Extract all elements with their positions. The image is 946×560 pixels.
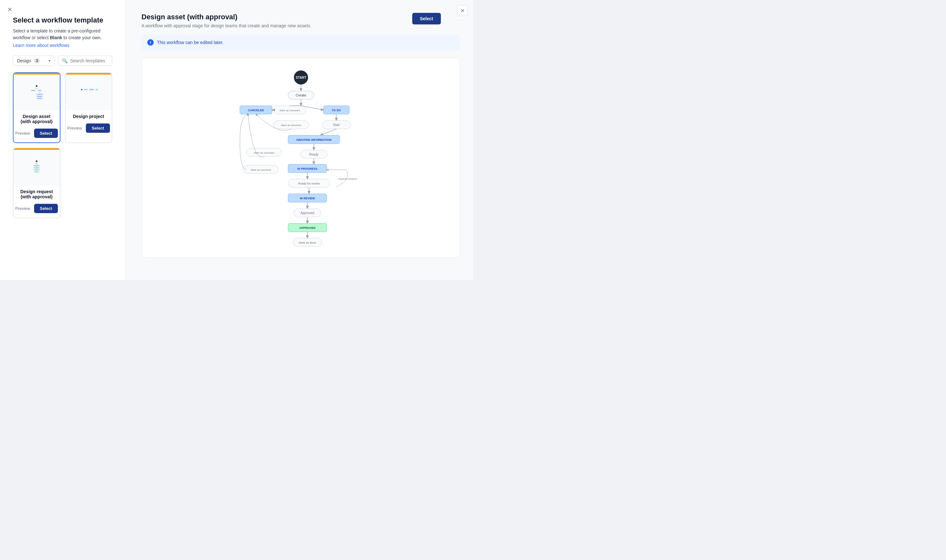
panel-title: Select a workflow template: [13, 16, 112, 25]
svg-text:START: START: [36, 86, 38, 86]
search-box: 🔍: [58, 55, 112, 66]
preview-button-3[interactable]: Preview: [15, 206, 30, 211]
card-body-3: Design request (with approval) Preview S…: [14, 185, 60, 218]
search-input[interactable]: [70, 58, 108, 63]
workflow-diagram: START Create CANCELED Mark as canceled T…: [221, 68, 381, 248]
search-icon: 🔍: [62, 58, 68, 63]
svg-text:Ready: Ready: [309, 153, 318, 156]
svg-text:IN REVIEW: IN REVIEW: [35, 168, 38, 168]
modal: ✕ Select a workflow template Select a te…: [0, 0, 473, 280]
panel-subtitle: Select a template to create a pre-config…: [13, 28, 112, 41]
svg-text:Mark as canceled: Mark as canceled: [251, 168, 271, 171]
info-icon: i: [147, 39, 154, 46]
svg-text:Mark as canceled: Mark as canceled: [280, 109, 300, 112]
card-title-3: Design request (with approval): [18, 189, 55, 199]
filter-count-badge: 3: [34, 58, 40, 63]
svg-text:IN REVIEW: IN REVIEW: [300, 197, 315, 200]
preview-button-1[interactable]: Preview: [15, 131, 30, 135]
svg-text:Create: Create: [36, 163, 38, 164]
template-card-design-request[interactable]: START Create IN PROGRESS IN REVIEW APPRO…: [13, 148, 60, 218]
learn-more-link[interactable]: Learn more about workflows: [13, 43, 69, 48]
svg-text:requires revision: requires revision: [338, 177, 357, 180]
svg-text:AWAITING INFORMATION: AWAITING INFORMATION: [296, 138, 332, 142]
left-panel: Select a workflow template Select a temp…: [0, 0, 125, 280]
right-panel-subtitle: A workflow with approval stage for desig…: [142, 23, 311, 28]
svg-text:TO DO: TO DO: [332, 109, 340, 112]
category-filter[interactable]: Design 3 ▾: [13, 55, 55, 66]
card-title-1: Design asset (with approval): [18, 114, 55, 124]
svg-text:IN PROGRESS: IN PROGRESS: [90, 89, 94, 90]
thumbnail-diagram-1: START Create CANCELED TO DO Start: [26, 79, 47, 105]
card-body-1: Design asset (with approval) Preview Sel…: [14, 110, 60, 142]
svg-text:IN PROGRESS: IN PROGRESS: [35, 166, 38, 166]
card-actions-2: Preview Select: [70, 123, 108, 133]
card-actions-3: Preview Select: [18, 204, 55, 213]
right-header-text: Design asset (with approval) A workflow …: [142, 13, 311, 28]
right-panel-title: Design asset (with approval): [142, 13, 311, 21]
right-header: Design asset (with approval) A workflow …: [142, 13, 460, 28]
svg-text:APPROVED: APPROVED: [299, 226, 315, 229]
select-button-3[interactable]: Select: [34, 204, 58, 213]
info-banner: i This workflow can be edited later.: [142, 35, 460, 50]
svg-text:Create: Create: [295, 93, 306, 97]
svg-text:IN PROGRESS: IN PROGRESS: [297, 167, 317, 171]
workflow-diagram-container: START Create CANCELED Mark as canceled T…: [142, 58, 460, 258]
filters-row: Design 3 ▾ 🔍: [13, 55, 112, 66]
chevron-down-icon: ▾: [49, 58, 51, 63]
template-card-design-asset[interactable]: START Create CANCELED TO DO Start: [13, 72, 60, 143]
select-button-2[interactable]: Select: [86, 123, 110, 133]
card-preview-thumbnail: START Create CANCELED TO DO Start: [14, 75, 60, 110]
card-preview-thumbnail-2: START TO DO IN PROGRESS DONE: [66, 75, 112, 110]
template-card-design-project[interactable]: START TO DO IN PROGRESS DONE Design proj…: [65, 72, 112, 143]
svg-text:TO DO: TO DO: [85, 89, 87, 90]
thumbnail-diagram-3: START Create IN PROGRESS IN REVIEW APPRO…: [26, 155, 47, 181]
svg-text:IN REVIEW: IN REVIEW: [38, 98, 41, 99]
svg-text:CANCELED: CANCELED: [248, 109, 264, 112]
svg-line-70: [320, 129, 336, 135]
card-body-2: Design project Preview Select: [66, 110, 112, 137]
info-banner-text: This workflow can be edited later.: [157, 40, 223, 45]
template-cards-grid: START Create CANCELED TO DO Start: [13, 72, 112, 218]
close-left-button[interactable]: ✕: [5, 5, 14, 14]
select-right-button[interactable]: Select: [412, 13, 441, 25]
svg-text:Mark as done: Mark as done: [298, 241, 316, 244]
card-preview-thumbnail-3: START Create IN PROGRESS IN REVIEW APPRO…: [14, 150, 60, 185]
svg-text:Start: Start: [333, 123, 340, 127]
svg-text:START: START: [295, 76, 306, 79]
svg-text:DONE: DONE: [96, 89, 98, 90]
thumbnail-diagram-2: START TO DO IN PROGRESS DONE: [78, 83, 99, 101]
svg-text:Approved: Approved: [300, 211, 314, 215]
svg-text:Mark as canceled: Mark as canceled: [254, 151, 274, 154]
svg-text:START: START: [36, 161, 38, 162]
right-panel: ✕ Design asset (with approval) A workflo…: [125, 0, 473, 280]
svg-text:Ready for review: Ready for review: [298, 182, 320, 185]
close-right-button[interactable]: ✕: [457, 5, 468, 16]
select-button-1[interactable]: Select: [34, 129, 58, 138]
svg-text:TO DO: TO DO: [39, 90, 41, 91]
svg-text:Mark as canceled: Mark as canceled: [281, 124, 301, 127]
card-actions-1: Preview Select: [18, 129, 55, 138]
card-title-2: Design project: [70, 114, 108, 119]
preview-button-2[interactable]: Preview: [67, 126, 82, 131]
svg-text:Create: Create: [36, 88, 38, 89]
